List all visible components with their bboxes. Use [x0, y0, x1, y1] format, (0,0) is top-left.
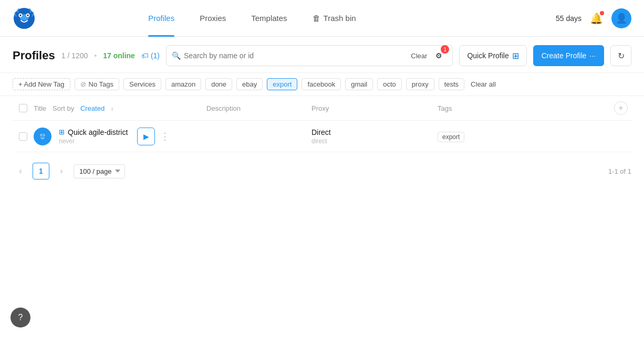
- next-page-button[interactable]: ›: [54, 163, 69, 179]
- profile-last-used: never: [59, 138, 128, 145]
- table-header: Title Sort by Created ↓ Description Prox…: [13, 96, 631, 121]
- tag-tests[interactable]: tests: [439, 78, 464, 90]
- page-header: Profiles 1 / 1200 • 17 online 🏷 (1) 🔍 Cl…: [0, 37, 644, 73]
- nav-trashbin[interactable]: 🗑 Trash bin: [300, 0, 369, 37]
- table-row: ⊞ Quick agile-district never ▶ ⋮ Direct …: [13, 121, 631, 152]
- add-column-button[interactable]: +: [610, 101, 631, 115]
- dot-separator: •: [94, 51, 97, 60]
- row-check-col: [13, 132, 34, 141]
- svg-point-4: [20, 14, 22, 16]
- windows-icon: ⊞: [512, 51, 519, 61]
- col-description: Description: [206, 104, 311, 112]
- filter-button[interactable]: ⚙ 1: [430, 47, 447, 64]
- tag-octo[interactable]: octo: [377, 78, 402, 90]
- nav-templates[interactable]: Templates: [238, 0, 299, 37]
- tag-done[interactable]: done: [205, 78, 232, 90]
- profile-icon-wrap: [34, 128, 51, 145]
- tag-services[interactable]: Services: [123, 78, 161, 90]
- row-tags: export: [438, 132, 610, 141]
- online-badge: 17 online: [103, 51, 135, 60]
- add-column-icon: +: [618, 103, 623, 113]
- select-all-checkbox[interactable]: [19, 104, 27, 112]
- tag-no-tags[interactable]: ⊘ No Tags: [75, 78, 119, 90]
- chevron-right-icon: ›: [60, 166, 63, 176]
- avatar-icon: 👤: [616, 13, 627, 24]
- profile-count: 1 / 1200: [61, 51, 88, 60]
- add-tag-button[interactable]: + Add New Tag: [13, 78, 70, 90]
- tags-bar: + Add New Tag ⊘ No Tags Services amazon …: [0, 73, 644, 96]
- pagination: ‹ 1 › 10 / page 50 / page 100 / page 200…: [0, 152, 644, 190]
- tag-filter-chip[interactable]: 🏷 (1): [141, 51, 160, 60]
- row-menu-button[interactable]: ⋮: [158, 131, 172, 142]
- logo[interactable]: [13, 7, 42, 30]
- profile-name: ⊞ Quick agile-district: [59, 128, 128, 136]
- col-title: Title Sort by Created ↓: [34, 104, 206, 112]
- row-actions: ▶ ⋮: [137, 128, 172, 145]
- refresh-icon: ↻: [618, 51, 625, 61]
- svg-point-5: [27, 14, 29, 16]
- tag-gmail[interactable]: gmail: [345, 78, 373, 90]
- nav-links: Profiles Proxies Templates 🗑 Trash bin: [136, 0, 368, 37]
- search-clear-button[interactable]: Clear: [411, 52, 427, 60]
- user-avatar[interactable]: 👤: [611, 8, 631, 28]
- play-button[interactable]: ▶: [137, 128, 155, 145]
- page-title: Profiles: [13, 49, 55, 62]
- play-icon: ▶: [143, 132, 149, 141]
- notification-dot: [600, 11, 604, 15]
- col-proxy: Proxy: [311, 104, 438, 112]
- filter-icon: ⚙: [435, 51, 442, 60]
- refresh-button[interactable]: ↻: [610, 45, 631, 66]
- sort-button[interactable]: Sort by Created ↓: [53, 104, 113, 112]
- prev-page-button[interactable]: ‹: [13, 163, 28, 179]
- filter-badge: 1: [441, 45, 449, 54]
- notification-bell[interactable]: 🔔: [590, 12, 603, 25]
- table-wrap: Title Sort by Created ↓ Description Prox…: [0, 96, 644, 152]
- svg-point-6: [40, 133, 45, 139]
- row-proxy: Direct direct: [311, 128, 438, 145]
- top-navigation: Profiles Proxies Templates 🗑 Trash bin 5…: [0, 0, 644, 37]
- col-tags: Tags: [438, 104, 610, 112]
- current-page[interactable]: 1: [33, 163, 49, 179]
- nav-right: 55 days 🔔 👤: [556, 8, 631, 28]
- nav-profiles[interactable]: Profiles: [136, 0, 187, 37]
- select-all-col: [13, 104, 34, 112]
- trash-icon: 🗑: [313, 14, 320, 23]
- create-profile-button[interactable]: Create Profile ···: [533, 45, 604, 66]
- clear-all-button[interactable]: Clear all: [471, 80, 496, 88]
- profile-info: ⊞ Quick agile-district never: [59, 128, 128, 145]
- tag-export[interactable]: export: [267, 78, 297, 90]
- quick-profile-button[interactable]: Quick Profile ⊞: [459, 45, 526, 66]
- tag-ebay[interactable]: ebay: [236, 78, 263, 90]
- ms-windows-icon: ⊞: [59, 128, 65, 136]
- tag-facebook[interactable]: facebook: [302, 78, 341, 90]
- no-tags-icon: ⊘: [80, 80, 86, 88]
- row-checkbox[interactable]: [19, 132, 27, 141]
- search-icon: 🔍: [172, 51, 181, 60]
- nav-proxies[interactable]: Proxies: [187, 0, 238, 37]
- profile-avatar: [34, 128, 51, 145]
- tag-amazon[interactable]: amazon: [165, 78, 201, 90]
- tag-icon: 🏷: [141, 51, 149, 60]
- per-page-select[interactable]: 10 / page 50 / page 100 / page 200 / pag…: [74, 164, 125, 178]
- chevron-left-icon: ‹: [19, 166, 22, 176]
- row-tag-export: export: [438, 132, 464, 142]
- search-input[interactable]: [184, 51, 408, 60]
- tag-proxy[interactable]: proxy: [406, 78, 434, 90]
- pagination-info: 1-1 of 1: [608, 167, 631, 175]
- row-title-col: ⊞ Quick agile-district never ▶ ⋮: [34, 128, 206, 145]
- svg-point-9: [40, 134, 41, 135]
- svg-point-10: [44, 134, 44, 135]
- days-badge: 55 days: [556, 14, 581, 23]
- create-profile-dots: ···: [589, 51, 596, 60]
- search-wrap: 🔍 Clear ⚙ 1: [166, 45, 453, 66]
